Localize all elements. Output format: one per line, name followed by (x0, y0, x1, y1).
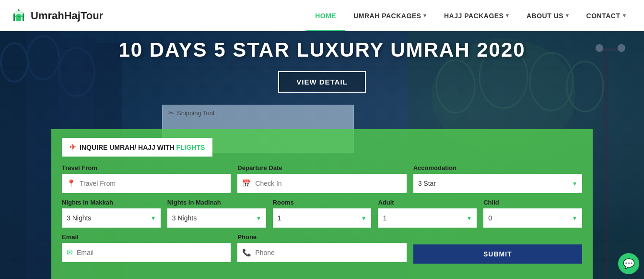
nights-madinah-select[interactable]: 1 Night 2 Nights 3 Nights 4 Nights 5 Nig… (172, 214, 261, 222)
rooms-label: Rooms (273, 199, 372, 206)
adult-select-wrap: 1 2 3 4 ▾ (378, 208, 477, 228)
child-group: Child 0 1 2 3 ▾ (483, 199, 582, 228)
chevron-down-icon: ▾ (573, 214, 576, 222)
inquire-bar: ✈ INQUIRE UMRAH/ HAJJ WITH FLIGHTS (62, 138, 212, 157)
chat-icon: 💬 (623, 258, 635, 269)
chat-bubble[interactable]: 💬 (618, 253, 639, 274)
logo-icon (10, 7, 28, 25)
chevron-down-icon: ▾ (506, 12, 509, 19)
location-icon: 📍 (67, 179, 76, 188)
email-icon: ✉ (67, 248, 73, 257)
chevron-down-icon: ▾ (623, 12, 626, 19)
plane-icon: ✈ (70, 143, 76, 152)
hero-content: 10 DAYS 5 STAR LUXURY UMRAH 2020 VIEW DE… (0, 38, 644, 93)
nav-item-about-us[interactable]: ABOUT US ▾ (518, 0, 578, 31)
chevron-down-icon: ▾ (566, 12, 569, 19)
nights-madinah-select-wrap: 1 Night 2 Nights 3 Nights 4 Nights 5 Nig… (167, 208, 266, 228)
phone-input-wrap: 📞 (237, 243, 406, 262)
nav-item-contact[interactable]: CONTACT ▾ (578, 0, 634, 31)
svg-rect-4 (13, 14, 15, 21)
chevron-down-icon: ▾ (362, 214, 365, 222)
child-label: Child (483, 199, 582, 206)
hero-title: 10 DAYS 5 STAR LUXURY UMRAH 2020 (118, 38, 525, 61)
email-input[interactable] (77, 249, 226, 256)
rooms-select-wrap: 1 2 3 4 ▾ (273, 208, 372, 228)
phone-group: Phone 📞 (237, 233, 406, 264)
form-section: ✈ INQUIRE UMRAH/ HAJJ WITH FLIGHTS Trave… (51, 129, 593, 279)
adult-label: Adult (378, 199, 477, 206)
phone-icon: 📞 (242, 248, 251, 257)
nav: HOME UMRAH PACKAGES ▾ HAJJ PACKAGES ▾ AB… (306, 0, 634, 31)
form-row-3: Email ✉ Phone 📞 SUBMIT (62, 233, 582, 264)
svg-rect-3 (18, 16, 20, 17)
child-select-wrap: 0 1 2 3 ▾ (483, 208, 582, 228)
chevron-down-icon: ▾ (423, 12, 427, 19)
adult-select[interactable]: 1 2 3 4 (383, 214, 472, 222)
view-detail-button[interactable]: VIEW DETAIL (278, 71, 366, 93)
departure-date-label: Departure Date (237, 164, 406, 171)
inquire-text: INQUIRE UMRAH/ HAJJ WITH (80, 144, 175, 151)
snipping-tool-label: ✂ Snipping Tool (168, 109, 214, 117)
nights-makkah-group: Nights in Makkah 1 Night 2 Nights 3 Nigh… (62, 199, 161, 228)
nav-item-home[interactable]: HOME (306, 0, 345, 31)
snipping-icon: ✂ (168, 109, 174, 117)
rooms-select[interactable]: 1 2 3 4 (278, 214, 367, 222)
nights-madinah-group: Nights in Madinah 1 Night 2 Nights 3 Nig… (167, 199, 266, 228)
travel-from-label: Travel From (62, 164, 231, 171)
nights-makkah-select[interactable]: 1 Night 2 Nights 3 Nights 4 Nights 5 Nig… (67, 214, 156, 222)
submit-group: SUBMIT (413, 233, 582, 264)
chevron-down-icon: ▾ (152, 214, 155, 222)
chevron-down-icon: ▾ (573, 180, 576, 187)
chevron-down-icon: ▾ (257, 214, 260, 222)
checkin-input-wrap: 📅 (237, 174, 406, 193)
travel-from-input[interactable] (80, 180, 226, 187)
nav-item-hajj-packages[interactable]: HAJJ PACKAGES ▾ (435, 0, 518, 31)
flights-text: FLIGHTS (176, 144, 205, 151)
accomodation-select-wrap: 3 Star 4 Star 5 Star ▾ (413, 174, 582, 193)
nights-madinah-label: Nights in Madinah (167, 199, 266, 206)
logo-text: UmrahHajTour (31, 10, 103, 22)
phone-label: Phone (237, 233, 406, 241)
departure-date-group: Departure Date 📅 (237, 164, 406, 193)
checkin-input[interactable] (255, 180, 401, 187)
travel-from-input-wrap: 📍 (62, 174, 231, 193)
svg-rect-6 (23, 14, 24, 21)
chevron-down-icon: ▾ (468, 214, 471, 222)
svg-rect-2 (16, 17, 21, 21)
nights-makkah-label: Nights in Makkah (62, 199, 161, 206)
accomodation-group: Accomodation 3 Star 4 Star 5 Star ▾ (413, 164, 582, 193)
nav-item-umrah-packages[interactable]: UMRAH PACKAGES ▾ (345, 0, 435, 31)
form-row-1: Travel From 📍 Departure Date 📅 Accomodat… (62, 164, 582, 193)
email-input-wrap: ✉ (62, 243, 231, 262)
email-label: Email (62, 233, 231, 241)
phone-input[interactable] (255, 249, 401, 256)
nights-makkah-select-wrap: 1 Night 2 Nights 3 Nights 4 Nights 5 Nig… (62, 208, 161, 228)
form-row-2: Nights in Makkah 1 Night 2 Nights 3 Nigh… (62, 199, 582, 228)
calendar-icon: 📅 (242, 179, 251, 188)
accomodation-select[interactable]: 3 Star 4 Star 5 Star (418, 180, 577, 187)
travel-from-group: Travel From 📍 (62, 164, 231, 193)
adult-group: Adult 1 2 3 4 ▾ (378, 199, 477, 228)
submit-button[interactable]: SUBMIT (413, 244, 582, 264)
email-group: Email ✉ (62, 233, 231, 264)
rooms-group: Rooms 1 2 3 4 ▾ (273, 199, 372, 228)
header: UmrahHajTour HOME UMRAH PACKAGES ▾ HAJJ … (0, 0, 644, 31)
child-select[interactable]: 0 1 2 3 (488, 214, 577, 222)
accomodation-label: Accomodation (413, 164, 582, 171)
logo[interactable]: UmrahHajTour (10, 7, 103, 25)
